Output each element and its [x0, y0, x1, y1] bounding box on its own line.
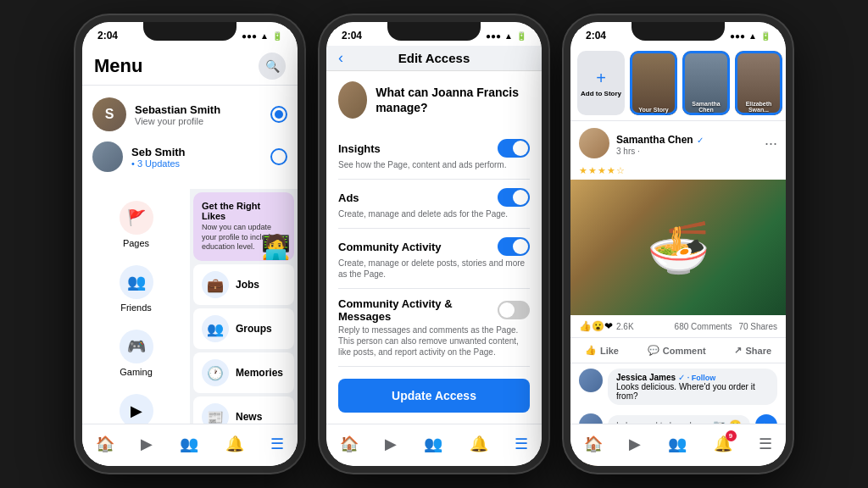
insights-toggle[interactable]: [498, 139, 530, 158]
watch-nav-3[interactable]: ▶: [629, 435, 641, 453]
samantha-story[interactable]: Samantha Chen: [682, 51, 730, 115]
edit-access-content: What can Joanna Francis manage? Insights…: [326, 71, 542, 423]
people-nav-2[interactable]: 👥: [424, 435, 442, 453]
your-story[interactable]: Your Story: [630, 51, 677, 115]
plus-icon: +: [596, 69, 606, 88]
like-label: Like: [600, 346, 619, 356]
manage-question: What can Joanna Francis manage?: [376, 85, 530, 115]
jessica-name: Jessica James: [616, 373, 676, 382]
profile-item-1[interactable]: S Sebastian Smith View your profile: [92, 92, 287, 136]
user2-radio[interactable]: [270, 148, 287, 165]
jobs-label: Jobs: [236, 279, 259, 291]
user1-sub: View your profile: [135, 116, 220, 126]
add-to-story[interactable]: + Add to Story: [577, 51, 625, 115]
notification-nav[interactable]: 🔔 9: [714, 435, 732, 453]
food-visual: 🍜: [570, 180, 786, 315]
avatar-sebastian: S: [92, 97, 126, 131]
promo-card[interactable]: Get the Right Likes Now you can update y…: [193, 192, 294, 261]
people-nav-3[interactable]: 👥: [668, 435, 687, 453]
insights-toggle-row: Insights See how the Page, content and a…: [338, 130, 530, 180]
update-access-button[interactable]: Update Access: [338, 379, 530, 413]
follow-link[interactable]: · Follow: [687, 374, 716, 382]
like-button[interactable]: 👍 Like: [578, 341, 626, 359]
user2-updates: • 3 Updates: [131, 158, 186, 169]
watch-nav[interactable]: ▶: [141, 435, 153, 453]
menu-header: Menu 🔍: [82, 46, 298, 86]
community-label: Community Activity: [338, 241, 442, 253]
like-icon: 👍: [585, 345, 597, 356]
menu-nav-3[interactable]: ☰: [759, 435, 772, 453]
home-nav-3[interactable]: 🏠: [584, 435, 603, 453]
promo-figure: 🧑‍💻: [261, 233, 291, 261]
comment-button[interactable]: 💬 Comment: [641, 341, 713, 359]
notch: [143, 22, 236, 41]
home-nav-2[interactable]: 🏠: [340, 435, 359, 453]
avatar-seb: [92, 141, 123, 172]
jobs-icon: 💼: [202, 271, 229, 298]
menu-nav[interactable]: ☰: [270, 435, 284, 453]
samantha-post-avatar: [579, 128, 609, 158]
phone-menu: 2:04 ●●● ▲ 🔋 Menu 🔍 S Sebastian Smith Vi…: [75, 15, 304, 473]
comment-icon: 💬: [648, 345, 659, 356]
profile-item-2[interactable]: Seb Smith • 3 Updates: [92, 136, 287, 177]
comment-jessica: Jessica James ✓ · Follow Looks delicious…: [579, 369, 777, 405]
share-button[interactable]: ↗ Share: [727, 341, 778, 359]
post-time: 3 hrs ·: [616, 147, 704, 156]
search-button[interactable]: 🔍: [259, 53, 286, 80]
ads-toggle[interactable]: [498, 188, 530, 207]
elizabeth-story[interactable]: Elizabeth Swan...: [735, 51, 782, 115]
status-icons-2: ●●● ▲ 🔋: [486, 31, 526, 41]
user1-radio[interactable]: [270, 106, 287, 123]
community-toggle[interactable]: [498, 237, 530, 256]
share-label: Share: [745, 346, 771, 356]
user1-name: Sebastian Smith: [135, 103, 220, 116]
post-card-1: Samantha Chen ✓ 3 hrs · ··· ★★★★☆ 🍜 👍😮❤: [570, 121, 786, 446]
joanna-avatar: [338, 81, 367, 119]
insights-desc: See how the Page, content and ads perfor…: [338, 159, 530, 170]
menu-item-gaming[interactable]: 🎮 Gaming: [82, 321, 190, 385]
time-1: 2:04: [97, 30, 118, 42]
pages-label: Pages: [123, 238, 149, 248]
time-2: 2:04: [342, 30, 362, 42]
bell-nav[interactable]: 🔔: [225, 435, 244, 453]
phone-feed: 2:04 ●●● ▲ 🔋 + Add to Story Your Story: [564, 15, 793, 473]
stories-bar: + Add to Story Your Story Samantha Chen …: [570, 46, 786, 121]
jobs-item[interactable]: 💼 Jobs: [193, 264, 294, 305]
messages-toggle[interactable]: [498, 301, 530, 319]
shares-count: 70 Shares: [738, 322, 777, 331]
profile-section: S Sebastian Smith View your profile Seb …: [82, 86, 298, 184]
messages-desc: Reply to messages and comments as the Pa…: [338, 324, 530, 358]
gaming-icon: 🎮: [120, 330, 153, 363]
jessica-comment: Looks delicious. Where'd you order it fr…: [616, 382, 769, 401]
menu-item-friends[interactable]: 👥 Friends: [82, 257, 190, 321]
back-button[interactable]: ‹: [338, 49, 343, 67]
comments-count: 680 Comments: [675, 322, 732, 331]
watch-nav-2[interactable]: ▶: [385, 435, 397, 453]
menu-item-pages[interactable]: 🚩 Pages: [82, 192, 190, 257]
home-nav[interactable]: 🏠: [96, 435, 114, 453]
user-header: What can Joanna Francis manage?: [338, 81, 530, 119]
groups-item[interactable]: 👥 Groups: [193, 308, 294, 349]
promo-title: Get the Right Likes: [202, 201, 286, 221]
people-nav[interactable]: 👥: [180, 435, 198, 453]
notification-badge: 9: [726, 430, 737, 441]
messages-toggle-row: Community Activity & Messages Reply to m…: [338, 289, 530, 367]
memories-item[interactable]: 🕐 Memories: [193, 352, 294, 393]
notch-2: [387, 22, 481, 41]
pages-icon: 🚩: [120, 201, 153, 235]
time-3: 2:04: [586, 30, 606, 42]
post-actions: 👍 Like 💬 Comment ↗ Share: [570, 338, 786, 363]
menu-nav-2[interactable]: ☰: [515, 435, 528, 453]
add-story-label: Add to Story: [581, 90, 621, 97]
bell-nav-2[interactable]: 🔔: [470, 435, 488, 453]
bottom-nav-1: 🏠 ▶ 👥 🔔 ☰: [82, 424, 298, 466]
jessica-avatar: [579, 369, 603, 392]
memories-icon: 🕐: [202, 359, 229, 386]
more-button[interactable]: ···: [765, 135, 777, 152]
your-story-label: Your Story: [630, 107, 677, 113]
verified-icon: ✓: [697, 136, 704, 145]
post-stars: ★★★★☆: [570, 165, 786, 180]
menu-title: Menu: [94, 55, 142, 77]
edit-access-title: Edit Access: [398, 51, 470, 65]
edit-access-header: ‹ Edit Access: [326, 46, 542, 71]
